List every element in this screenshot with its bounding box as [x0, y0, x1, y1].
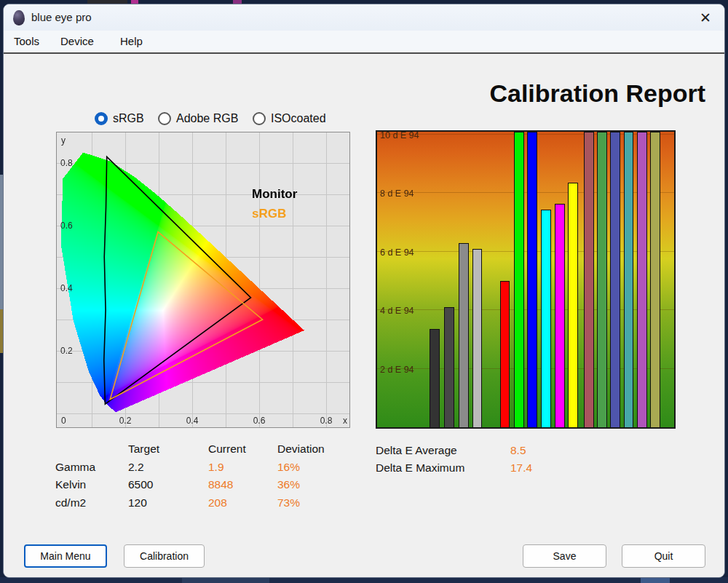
- y-axis-tick-label: 2 d E 94: [380, 365, 414, 375]
- table-cell-kelvin-label: Kelvin: [55, 478, 128, 496]
- delta-e-maximum-label: Delta E Maximum: [376, 461, 510, 479]
- table-cell-cdm2-current: 208: [208, 496, 277, 515]
- close-icon: ✕: [700, 9, 711, 26]
- delta-e-bar: [624, 132, 634, 427]
- delta-e-bar-chart: 2 d E 944 d E 946 d E 948 d E 9410 d E 9…: [376, 130, 676, 429]
- radio-option-adobe-rgb[interactable]: Adobe RGB: [158, 112, 238, 125]
- table-corner-cell: [55, 443, 128, 461]
- table-cell-cdm2-target: 120: [128, 496, 208, 515]
- delta-e-maximum-value: 17.4: [510, 461, 532, 479]
- cie-diagram-canvas: [57, 132, 349, 427]
- delta-e-bar: [444, 307, 454, 427]
- calibration-button[interactable]: Calibration: [124, 544, 205, 568]
- radio-option-isocoated[interactable]: ISOcoated: [253, 112, 326, 125]
- table-header-deviation: Deviation: [277, 443, 343, 461]
- delta-e-average-value: 8.5: [510, 444, 532, 461]
- delta-e-bar: [610, 132, 620, 427]
- delta-e-bar: [430, 329, 440, 427]
- delta-e-bar: [568, 183, 578, 427]
- menu-item-tools[interactable]: Tools: [11, 33, 42, 49]
- delta-e-bar: [459, 243, 469, 427]
- delta-e-bar: [584, 132, 594, 427]
- taskbar-item: [182, 578, 269, 583]
- y-axis-tick-label: 10 d E 94: [380, 130, 419, 140]
- radio-unselected-icon[interactable]: [253, 112, 266, 125]
- delta-e-summary: Delta E Average 8.5 Delta E Maximum 17.4: [376, 444, 532, 479]
- table-cell-kelvin-deviation: 36%: [277, 478, 343, 496]
- titlebar[interactable]: blue eye pro ✕: [4, 4, 724, 31]
- gamut-label-srgb: sRGB: [252, 207, 286, 221]
- taskbar-item: [641, 578, 670, 583]
- y-axis-tick-label: 4 d E 94: [380, 306, 414, 316]
- delta-e-bar: [500, 281, 510, 427]
- delta-e-bar: [597, 132, 607, 427]
- quit-button[interactable]: Quit: [622, 544, 705, 568]
- table-cell-kelvin-current: 8848: [208, 478, 277, 496]
- delta-e-bar: [650, 132, 660, 427]
- table-cell-gamma-target: 2.2: [128, 461, 208, 479]
- delta-e-bar: [555, 204, 565, 428]
- table-header-current: Current: [208, 443, 277, 461]
- save-button[interactable]: Save: [523, 544, 606, 568]
- delta-e-bar: [637, 132, 647, 427]
- table-cell-gamma-label: Gamma: [55, 461, 128, 479]
- gamut-label-monitor: Monitor: [252, 187, 297, 202]
- cie-chromaticity-chart: Monitor sRGB: [56, 132, 350, 428]
- delta-e-average-label: Delta E Average: [376, 444, 510, 461]
- table-cell-gamma-current: 1.9: [208, 461, 277, 479]
- main-menu-button[interactable]: Main Menu: [24, 544, 107, 568]
- menu-item-device[interactable]: Device: [58, 33, 97, 49]
- radio-unselected-icon[interactable]: [158, 112, 171, 125]
- window-title: blue eye pro: [31, 11, 92, 23]
- table-cell-cdm2-label: cd/m2: [55, 496, 128, 515]
- delta-e-bar: [541, 210, 551, 427]
- report-panel: sRGBAdobe RGBISOcoated Calibration Repor…: [4, 54, 724, 578]
- table-cell-cdm2-deviation: 73%: [277, 496, 343, 515]
- radio-label: Adobe RGB: [176, 112, 238, 125]
- table-cell-gamma-deviation: 16%: [277, 461, 343, 479]
- radio-label: sRGB: [113, 112, 144, 125]
- radio-option-srgb[interactable]: sRGB: [95, 112, 144, 125]
- y-axis-tick-label: 6 d E 94: [380, 247, 414, 258]
- menu-item-help[interactable]: Help: [117, 33, 146, 49]
- page-title: Calibration Report: [489, 79, 705, 108]
- table-header-target: Target: [128, 443, 208, 461]
- radio-selected-icon[interactable]: [95, 112, 108, 125]
- delta-e-bar: [472, 249, 483, 427]
- radio-label: ISOcoated: [271, 112, 326, 125]
- close-button[interactable]: ✕: [692, 7, 719, 28]
- table-cell-kelvin-target: 6500: [128, 478, 208, 496]
- y-axis-tick-label: 8 d E 94: [380, 189, 414, 199]
- app-icon: [13, 10, 25, 25]
- delta-e-bar: [514, 132, 524, 427]
- measurement-table: Target Current Deviation Gamma2.21.916%K…: [55, 443, 343, 514]
- taskbar-strip: [0, 577, 728, 583]
- menubar: ToolsDeviceHelp: [4, 31, 724, 52]
- delta-e-bar: [527, 132, 537, 427]
- app-window: blue eye pro ✕ ToolsDeviceHelp sRGBAdobe…: [3, 4, 725, 578]
